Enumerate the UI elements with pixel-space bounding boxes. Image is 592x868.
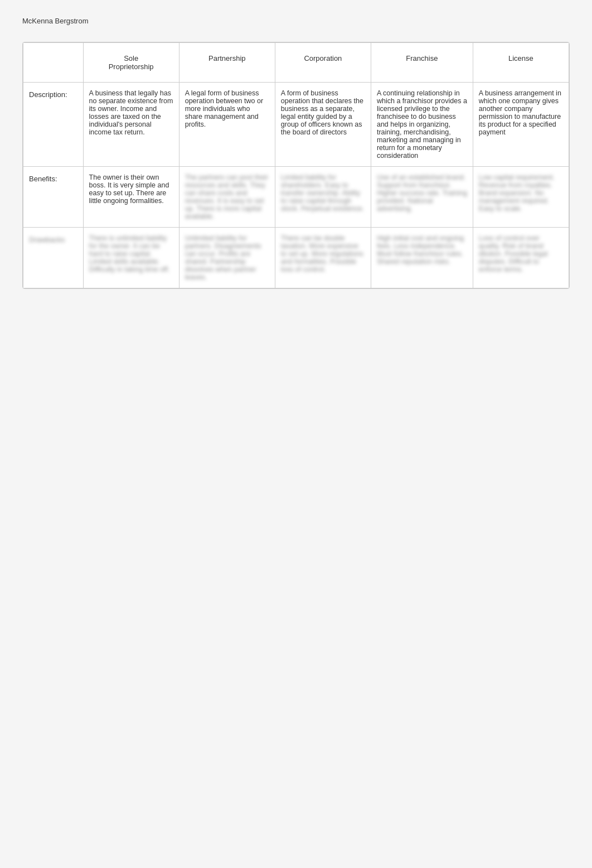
drawbacks-sole: There is unlimited liability for the own… [83, 228, 179, 288]
drawbacks-partnership: Unlimited liability for partners. Disagr… [179, 228, 275, 288]
benefits-franchise: Use of an established brand. Support fro… [371, 167, 473, 228]
header-row: SoleProprietorship Partnership Corporati… [23, 43, 569, 83]
drawbacks-label: Drawbacks [23, 228, 84, 288]
benefits-sole: The owner is their own boss. It is very … [83, 167, 179, 228]
description-sole: A business that legally has no separate … [83, 83, 179, 167]
drawbacks-franchise: High initial cost and ongoing fees. Less… [371, 228, 473, 288]
author-line: McKenna Bergstrom [22, 17, 570, 25]
header-franchise: Franchise [371, 43, 473, 83]
comparison-table-container: SoleProprietorship Partnership Corporati… [22, 42, 570, 289]
description-row: Description: A business that legally has… [23, 83, 569, 167]
benefits-license: Low capital requirement. Revenue from ro… [473, 167, 569, 228]
comparison-table: SoleProprietorship Partnership Corporati… [23, 42, 569, 288]
author-text: McKenna Bergstrom [22, 17, 89, 25]
benefits-label: Benefits: [23, 167, 84, 228]
description-corporation: A form of business operation that declar… [275, 83, 371, 167]
header-partnership: Partnership [179, 43, 275, 83]
description-license: A business arrangement in which one comp… [473, 83, 569, 167]
header-corporation: Corporation [275, 43, 371, 83]
header-sole: SoleProprietorship [83, 43, 179, 83]
benefits-partnership: The partners can pool their resources an… [179, 167, 275, 228]
drawbacks-license: Loss of control over quality. Risk of br… [473, 228, 569, 288]
drawbacks-corporation: There can be double taxation. More expen… [275, 228, 371, 288]
header-empty [23, 43, 84, 83]
description-franchise: A continuing relationship in which a fra… [371, 83, 473, 167]
drawbacks-row: Drawbacks There is unlimited liability f… [23, 228, 569, 288]
description-partnership: A legal form of business operation betwe… [179, 83, 275, 167]
benefits-corporation: Limited liability for shareholders. Easy… [275, 167, 371, 228]
header-license: License [473, 43, 569, 83]
description-label: Description: [23, 83, 84, 167]
benefits-row: Benefits: The owner is their own boss. I… [23, 167, 569, 228]
